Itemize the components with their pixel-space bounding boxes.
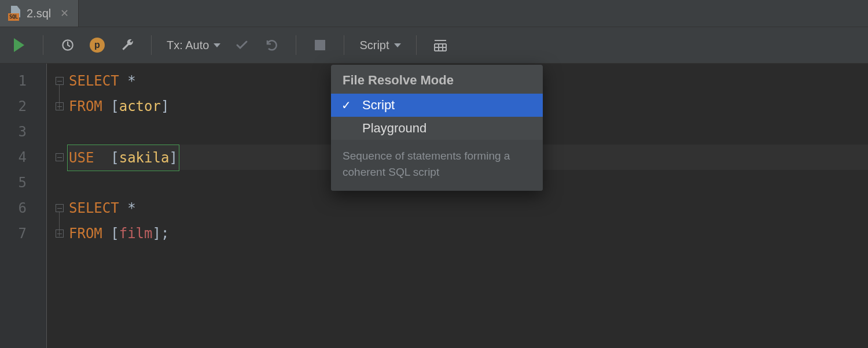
popup-item-label: Playground bbox=[362, 121, 426, 136]
popup-title: File Resolve Mode bbox=[331, 65, 543, 94]
stop-button[interactable] bbox=[311, 36, 329, 54]
p-badge-icon: p bbox=[90, 38, 105, 53]
check-icon bbox=[235, 38, 249, 52]
stop-icon bbox=[315, 40, 325, 50]
line-number: 3 bbox=[0, 119, 27, 145]
toolbar: p Tx: Auto Script bbox=[0, 27, 868, 64]
close-icon[interactable]: ✕ bbox=[60, 7, 69, 20]
history-icon bbox=[60, 38, 75, 53]
check-icon: ✓ bbox=[341, 98, 351, 112]
line-number: 5 bbox=[0, 170, 27, 195]
resolve-mode-dropdown[interactable]: Script bbox=[359, 39, 400, 52]
code-line: SELECT * bbox=[69, 195, 868, 221]
popup-item-script[interactable]: ✓ Script bbox=[331, 94, 543, 117]
play-icon bbox=[14, 38, 24, 52]
toolbar-separator bbox=[151, 35, 152, 55]
p-badge-button[interactable]: p bbox=[89, 36, 106, 54]
toolbar-separator bbox=[416, 35, 417, 55]
toolbar-separator bbox=[296, 35, 296, 55]
tx-label: Tx: Auto bbox=[167, 39, 209, 52]
sql-file-icon: SQL bbox=[8, 6, 21, 21]
line-number: 1 bbox=[0, 68, 27, 94]
chevron-down-icon bbox=[394, 43, 401, 47]
popup-item-label: Script bbox=[362, 98, 395, 113]
code-line: FROM [film]; bbox=[69, 221, 868, 246]
table-icon bbox=[433, 39, 447, 51]
mode-label: Script bbox=[359, 39, 389, 52]
tab-bar: SQL 2.sql ✕ bbox=[0, 0, 868, 27]
resolve-mode-popup: File Resolve Mode ✓ Script Playground Se… bbox=[331, 65, 543, 191]
toolbar-separator bbox=[344, 35, 344, 55]
tab-filename: 2.sql bbox=[27, 7, 51, 20]
popup-item-playground[interactable]: Playground bbox=[331, 117, 543, 140]
transaction-mode-dropdown[interactable]: Tx: Auto bbox=[167, 39, 220, 52]
settings-button[interactable] bbox=[119, 36, 136, 54]
line-number: 4 bbox=[0, 145, 27, 170]
editor-tab[interactable]: SQL 2.sql ✕ bbox=[0, 0, 79, 27]
undo-icon bbox=[265, 38, 279, 52]
popup-description: Sequence of statements forming a coheren… bbox=[331, 140, 543, 191]
commit-button[interactable] bbox=[233, 36, 251, 54]
table-view-button[interactable] bbox=[432, 36, 449, 54]
chevron-down-icon bbox=[214, 43, 220, 47]
history-button[interactable] bbox=[58, 36, 76, 54]
gutter: 1 2 3 4 5 6 7 bbox=[0, 64, 46, 348]
line-number: 6 bbox=[0, 195, 27, 221]
line-number: 2 bbox=[0, 94, 27, 119]
wrench-icon bbox=[120, 38, 135, 53]
toolbar-separator bbox=[43, 35, 43, 55]
rollback-button[interactable] bbox=[263, 36, 281, 54]
line-number: 7 bbox=[0, 221, 27, 246]
run-button[interactable] bbox=[10, 36, 28, 54]
